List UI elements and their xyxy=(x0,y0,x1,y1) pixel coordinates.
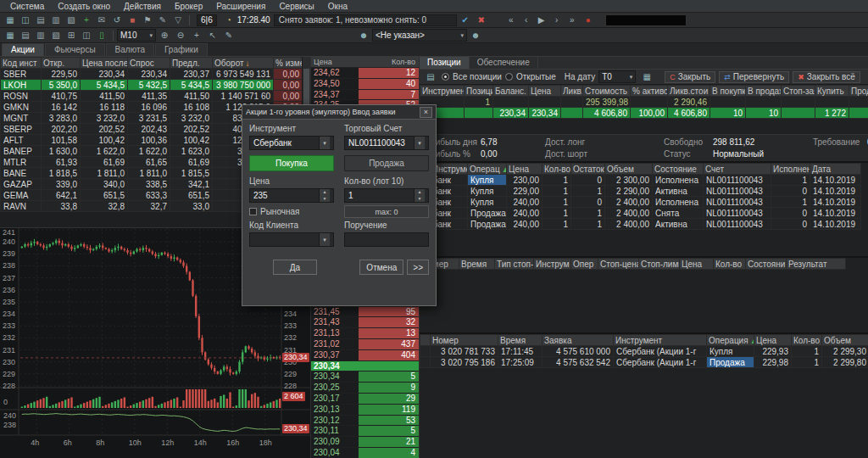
grid-portfolio-icon[interactable]: ▧ xyxy=(48,29,64,42)
chart-window-icon[interactable]: ▥ xyxy=(48,14,64,26)
menu-item[interactable]: Расширения xyxy=(209,1,272,12)
spin-down-icon[interactable]: ▼ xyxy=(320,196,330,203)
tile-windows-icon[interactable]: ◫ xyxy=(18,14,33,26)
column-header[interactable]: Оборот↓ xyxy=(213,58,274,69)
column-header[interactable]: Объем xyxy=(605,164,653,175)
cursor-icon[interactable]: ↖ xyxy=(205,29,220,42)
table-row[interactable]: LKOH5 350,05 434,55 432,55 434,53 980 75… xyxy=(1,80,303,91)
column-header[interactable]: Результат xyxy=(787,259,846,270)
date-select[interactable]: T0 ▾ xyxy=(598,70,636,83)
panel-tab[interactable]: Позиции xyxy=(420,57,470,69)
column-header[interactable]: Состояние xyxy=(653,164,704,175)
max-quantity-button[interactable]: max: 0 xyxy=(344,205,429,218)
column-header[interactable]: Кол-во xyxy=(792,335,822,346)
orderbook-row[interactable]: 234,377 xyxy=(311,90,419,101)
person-icon[interactable]: ☻ xyxy=(356,29,371,42)
column-header[interactable] xyxy=(420,335,431,346)
reverse-position-button[interactable]: ⇄ Перевернуть xyxy=(719,71,789,83)
draw-icon[interactable]: ✎ xyxy=(221,29,236,42)
grid-orders-icon[interactable]: ▤ xyxy=(18,29,33,42)
orderbook-row[interactable]: 230,0921 xyxy=(311,437,419,448)
timeframe-select[interactable]: M10 ▾ xyxy=(117,29,156,42)
column-header[interactable]: Время xyxy=(459,259,495,270)
instrument-select[interactable]: Сбербанк ▾ xyxy=(249,136,334,150)
column-header[interactable]: Откр. xyxy=(42,58,81,69)
column-header[interactable]: Кол-во xyxy=(542,164,571,175)
close-position-button[interactable]: С Закрыть xyxy=(665,71,715,83)
menu-item[interactable]: Окна xyxy=(321,1,354,12)
column-header[interactable]: Код инст xyxy=(1,58,42,69)
column-header[interactable]: Предл. xyxy=(170,58,213,69)
flag-icon[interactable]: ⚑ xyxy=(140,14,155,26)
price-input[interactable]: 235 ▲ ▼ xyxy=(249,188,334,203)
client-code-select[interactable]: ▾ xyxy=(249,232,334,247)
play-icon[interactable]: ▶ xyxy=(534,14,549,26)
go-last-icon[interactable]: » xyxy=(565,14,580,26)
column-header[interactable]: Операция▲ xyxy=(707,335,754,346)
orderbook-row[interactable]: 230,1253 xyxy=(311,416,419,427)
menu-item[interactable]: Брокер xyxy=(168,1,209,12)
column-header[interactable]: Опер xyxy=(571,259,598,270)
spin-up-icon[interactable]: ▲ xyxy=(320,189,330,196)
cancel-button[interactable]: Отмена xyxy=(359,260,403,275)
open-positions-radio[interactable] xyxy=(505,73,513,81)
new-window-icon[interactable]: ▦ xyxy=(3,14,18,26)
column-header[interactable]: Цена xyxy=(311,57,359,67)
column-header[interactable]: Стоп-лими xyxy=(639,259,680,270)
table-row[interactable]: SBER229,50230,34230,34230,376 973 549 13… xyxy=(1,69,303,80)
orderbook-row[interactable]: 230,044 xyxy=(311,448,419,458)
crosshair-icon[interactable]: + xyxy=(189,29,204,42)
table-window-icon[interactable]: ▤ xyxy=(33,14,48,26)
orderbook-row[interactable]: 231,1313 xyxy=(311,328,419,339)
workspace-tab[interactable]: Валюта xyxy=(106,43,154,56)
column-header[interactable]: В покупке xyxy=(710,86,746,97)
column-header[interactable]: Продать xyxy=(849,86,868,97)
orderbook-row[interactable]: 231,02437 xyxy=(311,339,419,350)
column-header[interactable]: Цена xyxy=(529,86,561,97)
more-options-button[interactable]: >> xyxy=(407,260,429,275)
step-back-icon[interactable]: ‹ xyxy=(519,14,534,26)
table-row[interactable]: 230,34230,344 606,80100,004 606,8010101 … xyxy=(420,108,868,119)
column-header[interactable]: Цена xyxy=(680,259,714,270)
orderbook-row[interactable]: 234,6212 xyxy=(311,68,419,79)
column-header[interactable]: Заявка xyxy=(542,335,614,346)
orderbook-row[interactable]: 231,4595 xyxy=(311,307,419,318)
panel-tab[interactable]: Обеспечение xyxy=(470,57,538,69)
menu-item[interactable]: Действия xyxy=(117,1,168,12)
menu-item[interactable]: Система xyxy=(3,1,51,12)
column-header[interactable]: Номер xyxy=(431,335,498,346)
dialog-titlebar[interactable]: Акции 1-го уровня (эмулятор) Ввод заявки… xyxy=(242,105,436,120)
table-row[interactable]: 3 020 781 73317:11:454 575 610 000Сберба… xyxy=(420,346,868,357)
table-row[interactable]: ◆банкКупля240,00102 400,00ИсполненаNL001… xyxy=(420,197,861,208)
zoom-out-icon[interactable]: ⊖ xyxy=(173,29,188,42)
column-header[interactable]: % измен. xyxy=(274,58,303,69)
scrollbar-thumb[interactable] xyxy=(303,69,309,109)
candles-icon[interactable]: ▯ xyxy=(94,29,109,42)
column-header[interactable]: В продаже xyxy=(746,86,782,97)
column-header[interactable]: Счет xyxy=(704,164,771,175)
dismiss-status-icon[interactable]: ✖ xyxy=(474,14,489,26)
comment-input[interactable] xyxy=(344,232,429,247)
column-header[interactable]: Остаток xyxy=(571,164,605,175)
quotes-window-icon[interactable]: ▧ xyxy=(64,14,79,26)
all-positions-radio[interactable] xyxy=(442,73,449,81)
qty-input[interactable]: 1 ▲ ▼ xyxy=(344,188,429,203)
column-header[interactable]: Спрос xyxy=(128,58,170,69)
table-row[interactable]: ◆банкПродажа240,00112 400,00СнятаNL00111… xyxy=(420,208,861,219)
column-header[interactable]: Состояни xyxy=(746,259,787,270)
orderbook-row[interactable]: 230,34 xyxy=(311,361,419,372)
close-all-positions-button[interactable]: ✖ Закрыть всё xyxy=(793,71,860,83)
column-header[interactable]: Инструмент xyxy=(614,335,707,346)
price-spinner[interactable]: ▲ ▼ xyxy=(319,189,330,202)
ok-button[interactable]: Да xyxy=(273,260,317,275)
spin-down-icon[interactable]: ▼ xyxy=(415,196,425,203)
calendar-icon[interactable]: ▦ xyxy=(639,70,654,83)
column-header[interactable]: Инструмент xyxy=(420,86,465,97)
filter-icon[interactable]: ▽ xyxy=(170,14,186,26)
column-header[interactable]: Кол-во xyxy=(714,259,746,270)
orderbook-row[interactable]: 230,345 xyxy=(311,371,419,383)
column-header[interactable]: Исполнен xyxy=(771,164,810,175)
column-header[interactable]: Стоп-заяв xyxy=(782,86,815,97)
zoom-in-icon[interactable]: ⊕ xyxy=(157,29,172,42)
qty-spinner[interactable]: ▲ ▼ xyxy=(414,189,425,202)
